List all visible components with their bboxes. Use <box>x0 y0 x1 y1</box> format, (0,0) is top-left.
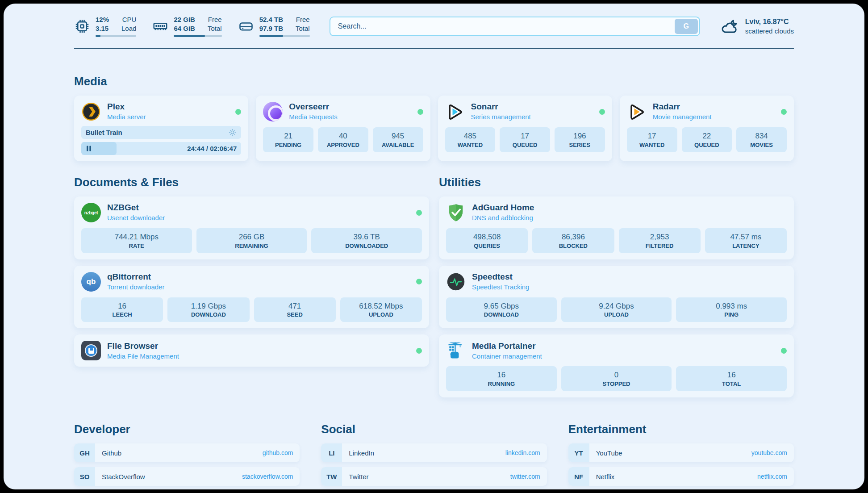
overseerr-card[interactable]: Overseerr Media Requests 21 PENDING 40 A… <box>256 96 430 161</box>
bookmark-url: youtube.com <box>751 449 787 456</box>
stat-label: QUEUED <box>501 142 548 149</box>
stat-label: DOWNLOAD <box>169 311 247 319</box>
bookmark-group-social: Social LI LinkedIn linkedin.com TW Twitt… <box>321 422 547 489</box>
card-title: Speedtest <box>472 272 529 282</box>
status-dot <box>416 348 422 354</box>
memory-total: 64 GiB <box>174 24 195 33</box>
stat-label: PENDING <box>265 142 312 149</box>
bookmark-abbr: LI <box>321 443 342 462</box>
stat-label: MOVIES <box>738 142 785 149</box>
disk-progress-track <box>259 35 310 37</box>
topbar-divider <box>74 48 794 49</box>
stat-label: QUEUED <box>684 142 730 149</box>
search-engine-button[interactable]: G <box>675 19 698 34</box>
bookmark-url: github.com <box>263 449 293 456</box>
cpu-widget: 12% CPU 3.15 Load <box>74 15 136 37</box>
playback-progress-bar[interactable]: 24:44 / 02:06:47 <box>81 142 241 155</box>
radarr-card[interactable]: Radarr Movie management 17 WANTED 22 QUE… <box>620 96 794 161</box>
bookmark-url: netflix.com <box>757 473 787 480</box>
stat-upload: 9.24 Gbps UPLOAD <box>561 297 672 322</box>
stat-label: RATE <box>83 242 190 250</box>
card-title: Sonarr <box>471 102 531 112</box>
developer-group-title: Developer <box>74 422 300 436</box>
stat-approved: 40 APPROVED <box>318 127 368 152</box>
memory-progress-fill <box>174 35 205 37</box>
bookmark-url: stackoverflow.com <box>242 473 293 480</box>
stat-value: 266 GB <box>198 232 305 242</box>
qbittorrent-card[interactable]: qb qBittorrent Torrent downloader 16 LEE… <box>74 266 429 329</box>
search-bar[interactable]: G <box>330 17 700 36</box>
stat-running: 16 RUNNING <box>446 366 557 391</box>
stat-stopped: 0 STOPPED <box>561 366 672 391</box>
cpu-label-2: Load <box>121 24 136 33</box>
bookmark-twitter[interactable]: TW Twitter twitter.com <box>321 467 547 486</box>
stat-leech: 16 LEECH <box>81 297 163 322</box>
bookmark-group-developer: Developer GH Github github.com SO StackO… <box>74 422 300 489</box>
weather-location: Lviv, 16.87°C <box>745 17 794 27</box>
stat-queued: 17 QUEUED <box>500 127 550 152</box>
section-documents: Documents & Files nzbget NZBGet Usenet d… <box>74 175 429 397</box>
sonarr-icon <box>445 102 465 121</box>
bookmark-url: linkedin.com <box>505 449 540 456</box>
disk-label-1: Free <box>296 15 310 24</box>
card-subtitle: DNS and adblocking <box>472 213 534 222</box>
bookmark-group-entertainment: Entertainment YT YouTube youtube.com NF … <box>568 422 794 489</box>
adguard-card[interactable]: AdGuard Home DNS and adblocking 498,508 … <box>439 196 794 259</box>
stat-value: 471 <box>256 301 334 312</box>
portainer-card[interactable]: Media Portainer Container management 16 … <box>439 334 794 397</box>
stat-value: 16 <box>678 370 785 380</box>
filebrowser-card[interactable]: File Browser Media File Management <box>74 334 429 367</box>
stat-label: TOTAL <box>678 380 785 388</box>
speedtest-card[interactable]: Speedtest Speedtest Tracking 9.65 Gbps D… <box>439 266 794 329</box>
stat-blocked: 86,396 BLOCKED <box>532 228 614 253</box>
qbittorrent-icon: qb <box>81 272 101 292</box>
pause-icon[interactable] <box>86 146 92 151</box>
status-dot <box>781 348 787 354</box>
bookmark-stackoverflow[interactable]: SO StackOverflow stackoverflow.com <box>74 467 300 486</box>
nzbget-card[interactable]: nzbget NZBGet Usenet downloader 744.21 M… <box>74 196 429 259</box>
card-title: NZBGet <box>107 203 165 213</box>
weather-condition: scattered clouds <box>745 27 794 36</box>
stat-label: RUNNING <box>448 380 555 388</box>
nzbget-icon: nzbget <box>81 203 101 222</box>
stat-value: 618.52 Mbps <box>342 301 420 312</box>
card-subtitle: Media File Management <box>107 352 179 361</box>
stat-series: 196 SERIES <box>555 127 605 152</box>
gear-icon[interactable] <box>228 128 237 137</box>
stat-value: 0 <box>563 370 670 380</box>
stat-label: APPROVED <box>320 142 367 149</box>
bookmark-netflix[interactable]: NF Netflix netflix.com <box>568 467 794 486</box>
stat-value: 2,953 <box>621 232 699 242</box>
stat-value: 39.6 TB <box>313 232 420 242</box>
search-input[interactable] <box>332 22 675 30</box>
stat-available: 945 AVAILABLE <box>373 127 423 152</box>
stat-ping: 0.993 ms PING <box>676 297 787 322</box>
disk-label-2: Total <box>296 24 310 33</box>
stat-latency: 47.57 ms LATENCY <box>705 228 787 253</box>
memory-icon <box>152 18 168 34</box>
card-subtitle: Movie management <box>653 113 712 121</box>
sonarr-card[interactable]: Sonarr Series management 485 WANTED 17 Q… <box>438 96 612 161</box>
bookmark-github[interactable]: GH Github github.com <box>74 443 300 462</box>
card-title: File Browser <box>107 341 179 351</box>
memory-widget: 22 GiB Free 64 GiB Total <box>152 15 221 37</box>
bookmark-linkedin[interactable]: LI LinkedIn linkedin.com <box>321 443 547 462</box>
memory-label-1: Free <box>208 15 222 24</box>
documents-section-title: Documents & Files <box>74 175 429 189</box>
card-subtitle: Media Requests <box>289 113 337 121</box>
portainer-icon <box>446 341 466 360</box>
stat-value: 47.57 ms <box>707 232 785 242</box>
stat-movies: 834 MOVIES <box>736 127 787 152</box>
memory-free: 22 GiB <box>174 15 195 24</box>
cpu-icon <box>74 18 90 34</box>
playback-progress-fill <box>81 142 117 155</box>
bookmark-youtube[interactable]: YT YouTube youtube.com <box>568 443 794 462</box>
bookmark-name: Netflix <box>596 473 615 480</box>
plex-card[interactable]: Plex Media server Bullet Train <box>74 96 248 161</box>
stat-label: LEECH <box>83 311 161 319</box>
stat-label: REMAINING <box>198 242 305 250</box>
stat-total: 16 TOTAL <box>676 366 787 391</box>
now-playing-title: Bullet Train <box>86 129 122 136</box>
section-media: Media Plex Media server B <box>74 75 794 161</box>
bookmark-url: twitter.com <box>510 473 540 480</box>
